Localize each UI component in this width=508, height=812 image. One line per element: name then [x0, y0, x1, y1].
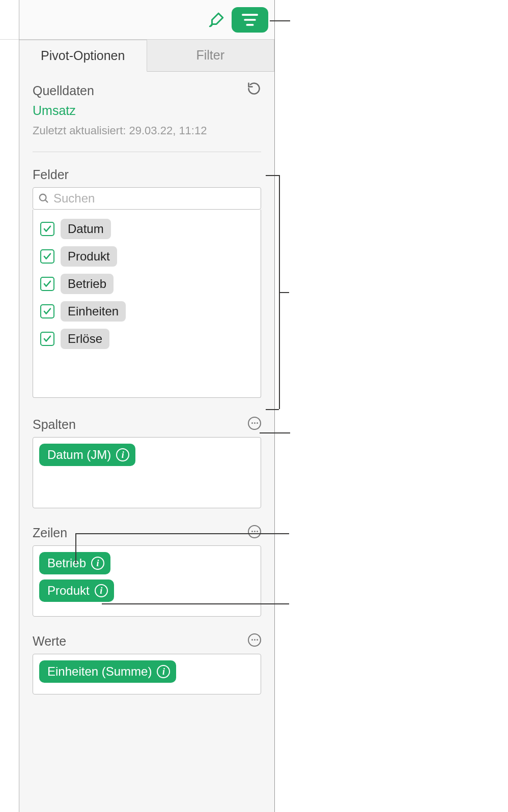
divider	[33, 152, 261, 152]
columns-more-button[interactable]	[248, 417, 261, 430]
values-dropzone[interactable]: Einheiten (Summe) i	[33, 654, 261, 694]
columns-heading: Spalten	[33, 417, 76, 432]
field-pill[interactable]: Erlöse	[61, 329, 109, 349]
values-heading: Werte	[33, 634, 66, 649]
info-icon[interactable]: i	[116, 448, 129, 461]
source-table-link[interactable]: Umsatz	[33, 103, 261, 118]
check-icon	[43, 252, 52, 261]
paintbrush-icon	[208, 11, 225, 28]
field-checkbox[interactable]	[40, 304, 54, 318]
field-item[interactable]: Produkt	[40, 246, 253, 267]
tab-filter[interactable]: Filter	[147, 40, 275, 72]
check-icon	[43, 307, 52, 316]
info-icon[interactable]: i	[157, 665, 170, 678]
field-item[interactable]: Erlöse	[40, 329, 253, 349]
organize-lines-icon	[241, 12, 259, 27]
fields-search[interactable]	[33, 187, 261, 210]
format-brush-button[interactable]	[207, 11, 225, 29]
field-checkbox[interactable]	[40, 222, 54, 236]
columns-dropzone[interactable]: Datum (JM) i	[33, 437, 261, 508]
svg-line-4	[45, 200, 48, 202]
refresh-icon	[247, 81, 261, 96]
row-field-pill[interactable]: Produkt i	[39, 579, 114, 602]
inspector-panel: Pivot-Optionen Filter Quelldaten Umsatz …	[19, 0, 274, 812]
field-item[interactable]: Datum	[40, 219, 253, 239]
pill-label: Produkt	[47, 584, 90, 598]
tab-pivot-options[interactable]: Pivot-Optionen	[19, 40, 147, 72]
panel-toolbar	[19, 0, 274, 40]
rows-dropzone[interactable]: Betrieb i Produkt i	[33, 545, 261, 617]
values-more-button[interactable]	[248, 633, 261, 647]
fields-search-input[interactable]	[53, 191, 256, 206]
rows-more-button[interactable]	[248, 525, 261, 538]
check-icon	[43, 334, 52, 343]
info-icon[interactable]: i	[91, 557, 104, 570]
source-data-heading: Quelldaten	[33, 83, 94, 98]
pill-label: Datum (JM)	[47, 448, 111, 462]
field-item[interactable]: Einheiten	[40, 301, 253, 322]
field-checkbox[interactable]	[40, 249, 54, 264]
pill-label: Betrieb	[47, 556, 86, 570]
field-item[interactable]: Betrieb	[40, 274, 253, 294]
organize-button[interactable]	[232, 7, 268, 33]
info-icon[interactable]: i	[95, 584, 108, 597]
field-pill[interactable]: Produkt	[61, 246, 117, 267]
check-icon	[43, 279, 52, 288]
row-field-pill[interactable]: Betrieb i	[39, 552, 110, 574]
check-icon	[43, 224, 52, 234]
fields-heading: Felder	[33, 167, 261, 182]
field-pill[interactable]: Einheiten	[61, 301, 126, 322]
fields-list: Datum Produkt Betrieb	[33, 210, 261, 398]
column-field-pill[interactable]: Datum (JM) i	[39, 444, 135, 466]
tab-bar: Pivot-Optionen Filter	[19, 40, 274, 71]
field-checkbox[interactable]	[40, 332, 54, 346]
rows-heading: Zeilen	[33, 526, 67, 540]
field-pill[interactable]: Betrieb	[61, 274, 114, 294]
search-icon	[38, 193, 49, 204]
value-field-pill[interactable]: Einheiten (Summe) i	[39, 660, 176, 683]
field-pill[interactable]: Datum	[61, 219, 111, 239]
refresh-button[interactable]	[247, 81, 261, 98]
pill-label: Einheiten (Summe)	[47, 664, 152, 679]
last-updated-text: Zuletzt aktualisiert: 29.03.22, 11:12	[33, 124, 261, 137]
field-checkbox[interactable]	[40, 277, 54, 291]
